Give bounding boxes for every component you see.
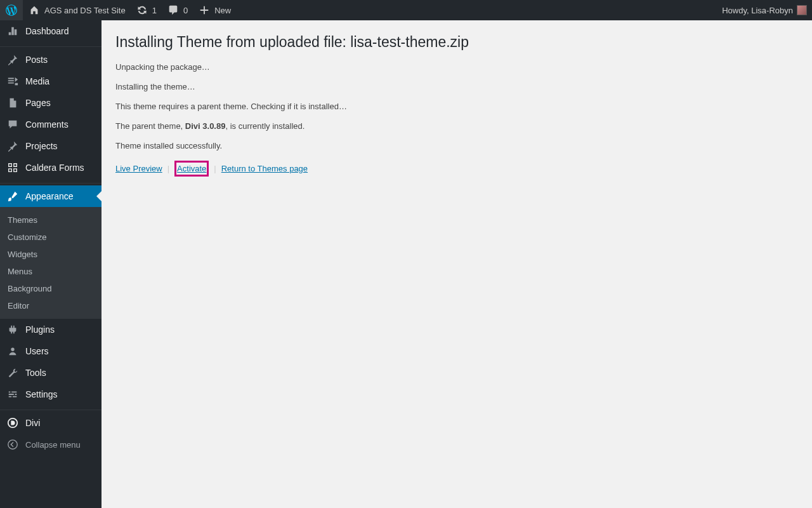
avatar xyxy=(797,5,807,15)
return-link[interactable]: Return to Themes page xyxy=(221,164,308,173)
plus-icon xyxy=(198,4,211,17)
submenu-item-menus[interactable]: Menus xyxy=(0,263,102,280)
comment-icon xyxy=(6,118,19,131)
sidebar-label: Media xyxy=(25,76,49,86)
account-link[interactable]: Howdy, Lisa-Robyn xyxy=(717,0,812,20)
sidebar-label: Divi xyxy=(25,418,40,428)
collapse-menu[interactable]: Collapse menu xyxy=(0,434,102,455)
activate-link[interactable]: Activate xyxy=(177,164,206,173)
user-icon xyxy=(6,345,19,358)
sidebar-item-media[interactable]: Media xyxy=(0,70,102,92)
install-msg: This theme requires a parent theme. Chec… xyxy=(115,102,799,111)
brush-icon xyxy=(6,190,19,203)
submenu-item-customize[interactable]: Customize xyxy=(0,229,102,246)
sidebar-item-appearance[interactable]: Appearance xyxy=(0,185,102,207)
site-name-link[interactable]: AGS and DS Test Site xyxy=(23,0,131,20)
page-title: Installing Theme from uploaded file: lis… xyxy=(115,33,799,52)
install-msg: Unpacking the package… xyxy=(115,62,799,72)
sidebar-label: Appearance xyxy=(25,191,74,201)
admin-sidebar: Dashboard Posts Media Pages Comments Pro… xyxy=(0,20,102,508)
appearance-submenu: Themes Customize Widgets Menus Backgroun… xyxy=(0,207,102,319)
submenu-item-editor[interactable]: Editor xyxy=(0,297,102,314)
sidebar-label: Caldera Forms xyxy=(25,163,84,173)
submenu-item-widgets[interactable]: Widgets xyxy=(0,246,102,263)
submenu-item-themes[interactable]: Themes xyxy=(0,211,102,229)
comments-link[interactable]: 0 xyxy=(162,0,193,20)
comments-count: 0 xyxy=(183,6,188,15)
sidebar-item-projects[interactable]: Projects xyxy=(0,135,102,157)
wordpress-icon xyxy=(5,4,18,17)
separator: | xyxy=(214,164,216,173)
collapse-label: Collapse menu xyxy=(25,440,81,450)
separator: | xyxy=(167,164,169,173)
live-preview-link[interactable]: Live Preview xyxy=(115,164,162,173)
sidebar-item-divi[interactable]: Divi xyxy=(0,412,102,434)
pin-icon xyxy=(6,53,19,66)
media-icon xyxy=(6,75,19,88)
divi-icon xyxy=(6,417,19,429)
sidebar-label: Tools xyxy=(25,368,46,378)
sidebar-item-users[interactable]: Users xyxy=(0,340,102,362)
updates-count: 1 xyxy=(152,6,157,15)
comment-icon xyxy=(167,4,180,17)
collapse-icon xyxy=(6,438,19,451)
wp-logo[interactable] xyxy=(0,0,23,20)
pin-icon xyxy=(6,140,19,152)
sidebar-label: Projects xyxy=(25,141,58,151)
menu-separator xyxy=(0,44,102,47)
menu-separator xyxy=(0,180,102,184)
page-icon xyxy=(6,97,19,109)
sidebar-item-posts[interactable]: Posts xyxy=(0,49,102,70)
updates-link[interactable]: 1 xyxy=(131,0,162,20)
sidebar-label: Settings xyxy=(25,389,58,399)
home-icon xyxy=(28,4,41,17)
plugin-icon xyxy=(6,323,19,336)
install-msg: Installing the theme… xyxy=(115,82,799,91)
success-msg: Theme installed successfully. xyxy=(115,141,799,150)
sidebar-label: Comments xyxy=(25,119,69,130)
sidebar-label: Plugins xyxy=(25,324,55,335)
new-label: New xyxy=(214,6,231,15)
sidebar-item-settings[interactable]: Settings xyxy=(0,384,102,405)
svg-point-1 xyxy=(8,440,17,449)
highlight-annotation: Activate xyxy=(174,161,209,177)
admin-bar: AGS and DS Test Site 1 0 New Howdy, Lisa… xyxy=(0,0,812,20)
parent-theme-msg: The parent theme, Divi 3.0.89, is curren… xyxy=(115,121,799,131)
sidebar-item-comments[interactable]: Comments xyxy=(0,114,102,135)
dashboard-icon xyxy=(6,25,19,37)
sidebar-item-caldera[interactable]: Caldera Forms xyxy=(0,157,102,178)
action-links: Live Preview | Activate | Return to Them… xyxy=(115,161,799,177)
howdy-text: Howdy, Lisa-Robyn xyxy=(722,6,793,15)
new-content-link[interactable]: New xyxy=(193,0,236,20)
sidebar-item-pages[interactable]: Pages xyxy=(0,92,102,114)
sliders-icon xyxy=(6,388,19,401)
update-icon xyxy=(136,4,148,17)
sidebar-label: Pages xyxy=(25,98,51,108)
sidebar-item-plugins[interactable]: Plugins xyxy=(0,319,102,340)
sidebar-label: Dashboard xyxy=(25,26,69,36)
menu-separator xyxy=(0,407,102,410)
sidebar-item-tools[interactable]: Tools xyxy=(0,362,102,384)
sidebar-label: Posts xyxy=(25,55,48,65)
sidebar-label: Users xyxy=(25,346,49,356)
main-content: Installing Theme from uploaded file: lis… xyxy=(102,20,812,508)
wrench-icon xyxy=(6,366,19,379)
submenu-item-background[interactable]: Background xyxy=(0,280,102,297)
site-name-text: AGS and DS Test Site xyxy=(44,6,126,15)
form-icon xyxy=(6,161,19,174)
sidebar-item-dashboard[interactable]: Dashboard xyxy=(0,20,102,42)
